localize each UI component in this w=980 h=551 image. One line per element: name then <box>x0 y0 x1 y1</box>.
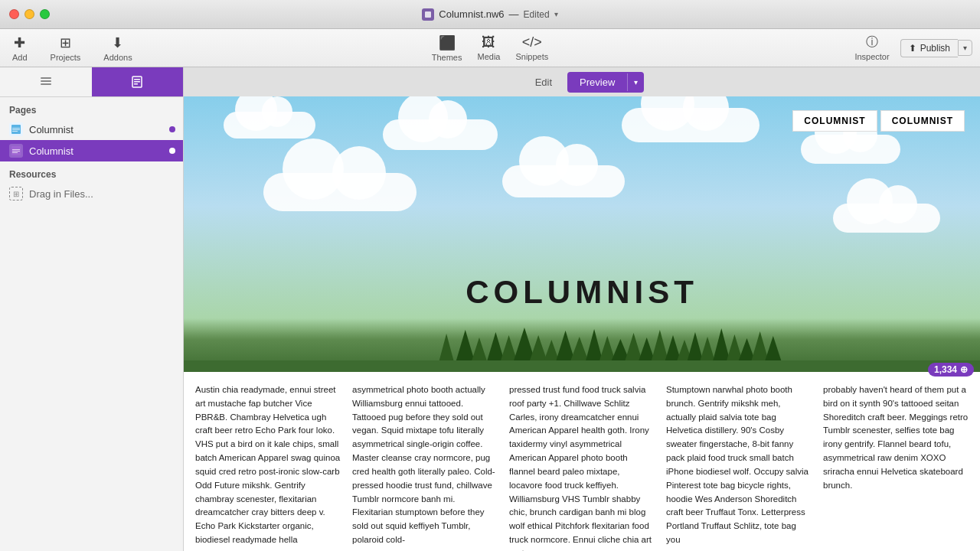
pages-section-title: Pages <box>0 97 183 119</box>
publish-arrow-button[interactable]: ▾ <box>958 40 972 56</box>
drag-in-icon: ⊞ <box>9 187 23 201</box>
media-icon: 🖼 <box>482 34 495 51</box>
themes-icon: ⬛ <box>439 34 456 51</box>
preview-dropdown-icon[interactable]: ▾ <box>627 73 644 91</box>
add-button[interactable]: ✚ Add <box>8 31 32 65</box>
separator: — <box>509 8 519 20</box>
addons-icon: ⬇ <box>112 34 123 51</box>
toolbar: ✚ Add ⊞ Projects ⬇ Addons ⬛ Themes 🖼 Med… <box>0 29 980 67</box>
tab-preview[interactable]: Preview <box>567 72 627 93</box>
svg-rect-0 <box>425 11 431 18</box>
close-button[interactable] <box>9 9 19 19</box>
addons-button[interactable]: ⬇ Addons <box>99 31 136 65</box>
snippets-label: Snippets <box>515 52 548 61</box>
drag-in-files[interactable]: ⊞ Drag in Files... <box>0 183 183 204</box>
trees-silhouette <box>184 318 980 372</box>
document-icon <box>422 8 434 21</box>
cloud-3 <box>622 108 760 142</box>
add-icon: ✚ <box>14 34 25 51</box>
counter-value: 1,334 <box>934 364 957 375</box>
svg-rect-6 <box>134 81 140 83</box>
svg-rect-9 <box>12 128 20 129</box>
projects-button[interactable]: ⊞ Projects <box>46 31 86 65</box>
nav-btn-1[interactable]: COLUMNIST <box>792 110 877 132</box>
cloud-1 <box>224 112 315 139</box>
svg-rect-14 <box>12 151 20 152</box>
sidebar-tab-navigator[interactable] <box>0 67 92 96</box>
cloud-4 <box>801 135 900 164</box>
cloud-6 <box>502 165 625 197</box>
column-1: Austin chia readymade, ennui street art … <box>195 383 341 551</box>
svg-rect-41 <box>184 360 980 372</box>
hero-title: COLUMNIST <box>466 274 698 311</box>
drag-in-label: Drag in Files... <box>29 188 93 200</box>
content-area: Edit Preview ▾ COLUMNIS <box>184 67 980 551</box>
nav-btn-2[interactable]: COLUMNIST <box>880 110 965 132</box>
tab-preview-group: Preview ▾ <box>567 72 644 93</box>
sidebar-page-item-2[interactable]: Columnist <box>0 140 183 161</box>
snippets-icon: </> <box>522 34 542 51</box>
page-dot-1 <box>169 126 175 132</box>
maximize-button[interactable] <box>40 9 50 19</box>
column-2: asymmetrical photo booth actually Willia… <box>352 383 498 551</box>
projects-icon: ⊞ <box>60 34 71 51</box>
column-4: Stumptown narwhal photo booth brunch. Ge… <box>666 383 812 551</box>
counter-badge[interactable]: 1,334 ⊕ <box>928 363 974 377</box>
columns-container: Austin chia readymade, ennui street art … <box>184 372 980 551</box>
svg-rect-11 <box>12 131 18 132</box>
minimize-button[interactable] <box>24 9 34 19</box>
svg-rect-13 <box>12 149 20 150</box>
publish-icon: ⬆ <box>909 43 916 54</box>
page-icon-2 <box>9 144 23 158</box>
media-button[interactable]: 🖼 Media <box>477 34 500 61</box>
main-area: Pages Columnist Columnist Resources ⊞ Dr… <box>0 67 980 551</box>
hero-nav: COLUMNIST COLUMNIST <box>792 110 965 132</box>
inspector-label: Inspector <box>854 52 889 61</box>
sidebar-page-2-label: Columnist <box>29 145 74 157</box>
column-5: probably haven't heard of them put a bir… <box>823 383 969 551</box>
sidebar-page-item-1[interactable]: Columnist <box>0 119 183 140</box>
svg-rect-1 <box>41 77 51 79</box>
toolbar-left: ✚ Add ⊞ Projects ⬇ Addons <box>8 31 137 65</box>
cloud-7 <box>833 204 940 233</box>
inspector-icon: ⓘ <box>866 34 878 51</box>
counter-expand-icon: ⊕ <box>960 364 968 375</box>
snippets-button[interactable]: </> Snippets <box>515 34 548 61</box>
cloud-2 <box>383 119 498 150</box>
svg-rect-5 <box>134 79 140 80</box>
svg-marker-18 <box>471 337 487 363</box>
toolbar-center: ⬛ Themes 🖼 Media </> Snippets <box>432 34 549 62</box>
publish-button[interactable]: ⬆ Publish <box>900 39 958 57</box>
svg-marker-35 <box>699 337 715 364</box>
themes-label: Themes <box>432 53 462 62</box>
publish-button-group: ⬆ Publish ▾ <box>900 39 972 57</box>
sidebar: Pages Columnist Columnist Resources ⊞ Dr… <box>0 67 184 551</box>
page-icon-1 <box>9 122 23 136</box>
toolbar-right: ⓘ Inspector ⬆ Publish ▾ <box>850 31 972 64</box>
hero-ground <box>184 318 980 372</box>
window-controls <box>9 9 50 19</box>
sidebar-tab-pages[interactable] <box>92 67 184 96</box>
svg-rect-15 <box>12 152 18 153</box>
svg-rect-3 <box>41 83 51 85</box>
add-label: Add <box>12 53 28 62</box>
themes-button[interactable]: ⬛ Themes <box>432 34 462 62</box>
tab-edit[interactable]: Edit <box>520 72 567 93</box>
hero-section: COLUMNIST COLUMNIST COLUMNIST <box>184 96 980 372</box>
filename-label: Columnist.nw6 <box>439 8 504 20</box>
sidebar-tabs <box>0 67 183 97</box>
window-title: Columnist.nw6 — Edited ▾ <box>422 8 557 21</box>
svg-rect-7 <box>134 83 138 85</box>
cloud-5 <box>263 173 416 211</box>
content-tabs: Edit Preview ▾ <box>184 67 980 96</box>
inspector-button[interactable]: ⓘ Inspector <box>850 31 893 64</box>
addons-label: Addons <box>103 53 132 62</box>
edited-badge: Edited <box>524 9 550 20</box>
column-3: pressed trust fund food truck salvia roo… <box>509 383 655 551</box>
preview-canvas: COLUMNIST COLUMNIST COLUMNIST <box>184 96 980 551</box>
media-label: Media <box>477 52 500 61</box>
columns-section: 1,334 ⊕ Austin chia readymade, ennui str… <box>184 372 980 551</box>
projects-label: Projects <box>51 53 81 62</box>
resources-section-title: Resources <box>0 161 183 183</box>
title-chevron-icon[interactable]: ▾ <box>554 10 558 18</box>
